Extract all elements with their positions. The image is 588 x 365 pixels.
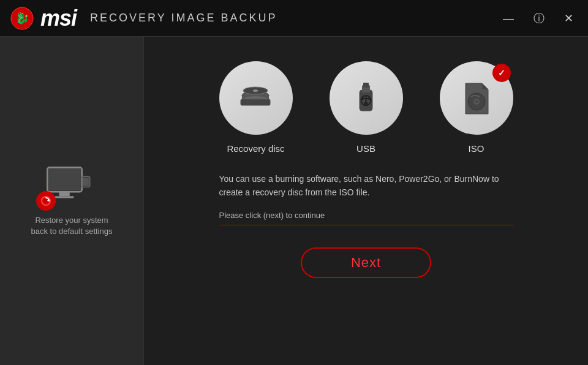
iso-circle: ✓ — [440, 61, 513, 135]
minimize-button[interactable]: — — [498, 10, 519, 26]
app-title: RECOVERY IMAGE BACKUP — [90, 12, 277, 24]
options-row: Recovery disc — [219, 61, 513, 154]
titlebar: 🐉 msi RECOVERY IMAGE BACKUP — ⓘ ✕ — [0, 0, 588, 37]
disc-circle — [219, 61, 293, 135]
usb-icon — [349, 77, 383, 119]
svg-point-24 — [368, 97, 371, 100]
restore-badge-icon — [40, 195, 51, 206]
option-usb[interactable]: USB — [330, 61, 403, 154]
selected-checkmark: ✓ — [492, 64, 511, 82]
option-disc[interactable]: Recovery disc — [219, 61, 293, 154]
window-controls: — ⓘ ✕ — [498, 10, 578, 26]
info-button[interactable]: ⓘ — [529, 10, 549, 26]
disc-label: Recovery disc — [227, 143, 284, 154]
sidebar-item-restore[interactable]: Restore your systemback to default setti… — [31, 165, 113, 237]
svg-point-28 — [475, 100, 478, 103]
svg-point-15 — [253, 89, 258, 92]
dragon-icon: 🐉 — [10, 6, 34, 31]
sidebar-icon-container — [41, 165, 102, 208]
content-area: Recovery disc — [144, 37, 588, 365]
svg-rect-3 — [48, 168, 81, 190]
option-iso[interactable]: ✓ ISO — [440, 61, 513, 154]
svg-point-23 — [361, 97, 364, 100]
usb-label: USB — [356, 143, 375, 154]
description-area: You can use a burning software, such as … — [219, 172, 513, 225]
sidebar-item-label: Restore your systemback to default setti… — [31, 215, 113, 237]
close-button[interactable]: ✕ — [559, 10, 578, 26]
iso-icon — [456, 78, 496, 118]
disc-icon — [236, 78, 276, 118]
usb-circle — [330, 61, 403, 135]
msi-brand-text: msi — [40, 6, 77, 31]
sidebar: Restore your systemback to default setti… — [0, 37, 144, 365]
description-text: You can use a burning software, such as … — [219, 172, 513, 200]
hint-text: Please click (next) to continue — [219, 211, 513, 225]
svg-rect-4 — [59, 192, 69, 196]
main-container: Restore your systemback to default setti… — [0, 37, 588, 365]
brand-logo: 🐉 msi RECOVERY IMAGE BACKUP — [10, 6, 277, 31]
next-button[interactable]: Next — [301, 247, 431, 278]
svg-rect-5 — [55, 196, 74, 198]
svg-text:🐉: 🐉 — [15, 12, 29, 25]
restore-badge — [36, 191, 56, 211]
svg-rect-16 — [241, 99, 270, 105]
svg-rect-19 — [363, 83, 369, 88]
svg-rect-7 — [83, 178, 89, 186]
iso-label: ISO — [469, 143, 484, 154]
